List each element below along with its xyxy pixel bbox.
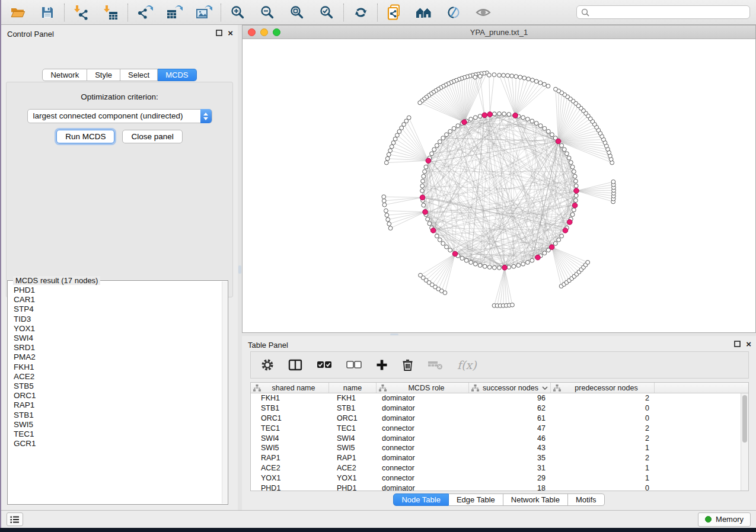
network-node[interactable]	[430, 152, 434, 156]
network-node[interactable]	[426, 217, 430, 221]
result-item[interactable]: PHD1	[14, 286, 221, 295]
network-node[interactable]	[424, 165, 428, 169]
network-node[interactable]	[572, 169, 576, 174]
table-row[interactable]: PHD1PHD1dominator180	[251, 483, 741, 491]
network-node[interactable]	[574, 194, 578, 198]
satellite-node[interactable]	[546, 84, 550, 88]
tab-mcds[interactable]: MCDS	[158, 69, 196, 81]
satellite-node[interactable]	[487, 73, 492, 77]
network-node[interactable]	[492, 265, 496, 270]
zoom-in-button[interactable]	[229, 4, 247, 21]
network-node[interactable]	[557, 238, 561, 242]
result-item[interactable]: STB1	[14, 411, 221, 420]
network-node[interactable]	[441, 136, 445, 140]
export-image-button[interactable]	[195, 4, 213, 21]
table-settings-gear-icon[interactable]	[261, 358, 274, 371]
run-mcds-button[interactable]: Run MCDS	[56, 130, 114, 143]
import-table-button[interactable]	[102, 4, 120, 21]
result-item[interactable]: ORC1	[14, 391, 221, 400]
network-node[interactable]	[483, 264, 487, 268]
network-node[interactable]	[478, 114, 482, 118]
show-columns-icon[interactable]	[288, 359, 302, 371]
mcds-hub-node[interactable]	[487, 112, 493, 117]
tab-motifs[interactable]: Motifs	[568, 493, 605, 506]
satellite-node[interactable]	[400, 126, 404, 130]
network-node[interactable]	[435, 234, 439, 238]
network-node[interactable]	[502, 112, 506, 116]
result-item[interactable]: YOX1	[14, 324, 221, 334]
add-column-icon[interactable]	[376, 359, 388, 371]
network-node[interactable]	[525, 260, 529, 264]
network-node[interactable]	[460, 257, 464, 261]
satellite-node[interactable]	[388, 149, 393, 153]
network-node[interactable]	[573, 174, 577, 178]
satellite-node[interactable]	[514, 75, 518, 79]
network-node[interactable]	[516, 264, 521, 268]
network-node[interactable]	[543, 126, 547, 130]
result-item[interactable]: SWI5	[14, 420, 221, 430]
network-node[interactable]	[565, 152, 569, 156]
network-node[interactable]	[538, 124, 543, 128]
network-node[interactable]	[423, 169, 427, 174]
result-item[interactable]: SWI4	[14, 334, 221, 343]
column-header-mcds-role[interactable]: MCDS role	[377, 383, 469, 393]
network-node[interactable]	[525, 117, 529, 121]
network-node[interactable]	[420, 184, 425, 188]
satellite-node[interactable]	[492, 73, 496, 77]
network-node[interactable]	[507, 113, 511, 117]
satellite-node[interactable]	[386, 217, 390, 222]
mcds-hub-node[interactable]	[513, 113, 518, 118]
network-node[interactable]	[546, 129, 550, 133]
mcds-hub-node[interactable]	[556, 139, 561, 144]
result-scrollbar[interactable]	[222, 281, 227, 504]
mcds-hub-node[interactable]	[430, 228, 436, 233]
satellite-node[interactable]	[418, 101, 422, 105]
close-panel-button[interactable]: Close panel	[122, 130, 182, 143]
table-row[interactable]: STB1STB1dominator620	[251, 403, 741, 414]
satellite-node[interactable]	[397, 130, 401, 134]
satellite-node[interactable]	[382, 203, 387, 207]
satellite-node[interactable]	[497, 73, 502, 78]
mcds-hub-node[interactable]	[426, 158, 431, 164]
network-node[interactable]	[422, 174, 426, 178]
float-panel-icon[interactable]	[734, 341, 741, 347]
result-item[interactable]: SRD1	[14, 343, 221, 352]
network-node[interactable]	[428, 222, 432, 226]
criterion-dropdown[interactable]: largest connected component (undirected)	[27, 109, 212, 123]
satellite-node[interactable]	[393, 137, 397, 141]
satellite-node[interactable]	[538, 81, 543, 85]
import-network-button[interactable]	[72, 4, 90, 21]
satellite-node[interactable]	[382, 195, 386, 199]
satellite-node[interactable]	[384, 209, 388, 213]
satellite-node[interactable]	[473, 75, 477, 79]
network-node[interactable]	[521, 262, 525, 266]
save-session-button[interactable]	[39, 4, 56, 21]
network-canvas[interactable]	[243, 39, 755, 332]
network-node[interactable]	[574, 198, 578, 203]
zoom-out-button[interactable]	[259, 4, 276, 21]
mcds-hub-node[interactable]	[563, 228, 568, 233]
minimize-window-icon[interactable]	[260, 28, 268, 36]
network-node[interactable]	[497, 266, 502, 270]
table-scrollbar[interactable]	[741, 393, 748, 491]
network-node[interactable]	[420, 189, 425, 193]
mcds-hub-node[interactable]	[574, 188, 579, 194]
table-row[interactable]: FKH1FKH1dominator962	[251, 393, 741, 403]
result-item[interactable]: STB5	[14, 382, 221, 391]
zoom-fit-button[interactable]	[288, 4, 306, 21]
network-node[interactable]	[569, 161, 573, 165]
result-item[interactable]: ACE2	[14, 372, 221, 382]
deselect-all-icon[interactable]	[346, 361, 362, 369]
vertical-splitter[interactable]	[238, 25, 242, 510]
tab-style[interactable]: Style	[87, 69, 120, 81]
refresh-button[interactable]	[352, 4, 369, 21]
delete-column-icon[interactable]	[402, 358, 413, 371]
satellite-node[interactable]	[387, 152, 391, 156]
satellite-node[interactable]	[385, 213, 389, 217]
mcds-hub-node[interactable]	[462, 120, 467, 125]
export-table-button[interactable]	[165, 4, 183, 21]
tab-select[interactable]: Select	[120, 69, 158, 81]
network-node[interactable]	[464, 258, 468, 262]
table-row[interactable]: ACE2ACE2connector311	[251, 463, 741, 473]
network-node[interactable]	[478, 264, 482, 268]
